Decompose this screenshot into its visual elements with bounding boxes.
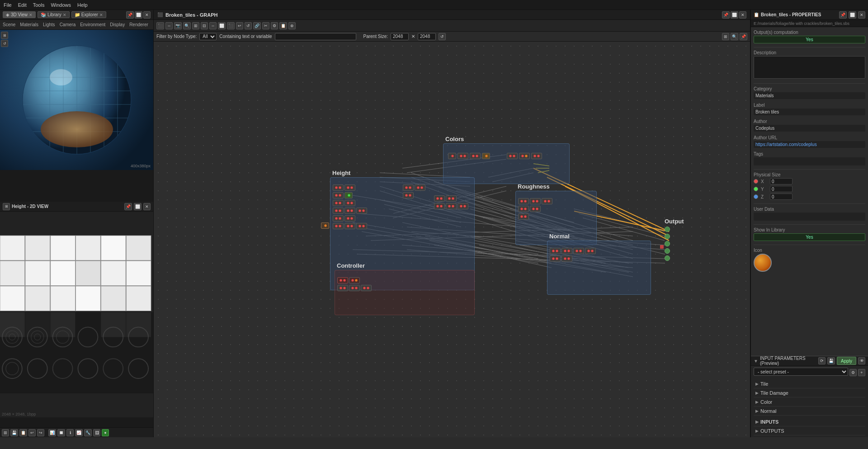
menu-tools[interactable]: Tools (33, 2, 45, 8)
h-node-13[interactable] (344, 223, 355, 229)
scene-menu-scene[interactable]: Scene (3, 22, 15, 27)
param-tile-damage[interactable]: ▶ Tile Damage (754, 388, 865, 397)
scene-menu-lights[interactable]: Lights (43, 22, 55, 27)
gt-10[interactable]: ↩ (236, 22, 243, 29)
scene-menu-renderer[interactable]: Renderer (129, 22, 148, 27)
scene-menu-environment[interactable]: Environment (80, 22, 105, 27)
close-2d-btn[interactable]: ✕ (143, 203, 151, 210)
gt-9[interactable]: ⬛ (227, 22, 235, 29)
bt-1[interactable]: ⊞ (2, 429, 9, 436)
gt-8[interactable]: ⬜ (218, 22, 226, 29)
bt-9[interactable]: 📈 (75, 429, 83, 436)
graph-view-3[interactable]: 📌 (740, 33, 747, 40)
h-node-4[interactable] (344, 192, 353, 199)
c-node-4[interactable] (349, 285, 360, 291)
c-node-1[interactable] (337, 277, 348, 284)
graph-view-1[interactable]: ⊞ (722, 33, 729, 40)
h-node-8[interactable] (344, 208, 355, 214)
preset-select[interactable]: - select preset - (754, 368, 848, 376)
h-node-17[interactable] (403, 192, 414, 199)
graph-close-btn[interactable]: ✕ (739, 11, 746, 19)
pin-2d-btn[interactable]: 📌 (124, 203, 132, 210)
bt-8[interactable]: ℹ (66, 429, 74, 436)
graph-pin-btn[interactable]: 📌 (722, 11, 730, 19)
gt-3[interactable]: 📷 (174, 22, 182, 29)
filter-text-input[interactable] (275, 33, 356, 40)
gt-2[interactable]: ↔ (165, 22, 173, 29)
gt-14[interactable]: ⚙ (271, 22, 278, 29)
params-icon-1[interactable]: ⟳ (818, 357, 826, 364)
scene-menu-display[interactable]: Display (110, 22, 125, 27)
m-node-4[interactable] (446, 203, 457, 209)
r-node-4[interactable] (518, 206, 529, 212)
r-node-5[interactable] (530, 206, 541, 212)
c-node-3[interactable] (337, 285, 348, 291)
filter-type-select[interactable]: All (199, 33, 217, 40)
apply-button[interactable]: Apply (837, 357, 856, 365)
collapse-icon[interactable]: ▼ (754, 359, 758, 364)
viewport-icon-2[interactable]: ↺ (1, 40, 8, 47)
tab-3d-view[interactable]: ◈ 3D View ✕ (3, 11, 36, 18)
bt-7[interactable]: 🔲 (57, 429, 65, 436)
description-input[interactable] (754, 56, 865, 79)
r-node-3[interactable] (542, 198, 552, 204)
h-node-10[interactable] (333, 215, 344, 222)
menu-edit[interactable]: Edit (18, 2, 27, 8)
bt-6[interactable]: 📊 (48, 429, 56, 436)
view-2d-icon[interactable]: ⊞ (3, 203, 10, 210)
bt-5[interactable]: ↪ (37, 429, 44, 436)
bt-4[interactable]: ↩ (28, 429, 36, 436)
r-node-6[interactable] (518, 213, 529, 220)
close-btn[interactable]: ✕ (143, 11, 151, 19)
out-circle-2[interactable] (665, 234, 670, 239)
parent-size-input2[interactable] (418, 33, 436, 40)
color-node-2[interactable] (458, 153, 468, 159)
h-node-12[interactable] (333, 223, 344, 229)
scene-menu-camera[interactable]: Camera (60, 22, 76, 27)
outputs-row[interactable]: ▶ OUTPUTS (754, 426, 865, 435)
gt-7[interactable]: ↔ (209, 22, 217, 29)
graph-view-2[interactable]: 🔍 (731, 33, 738, 40)
props-max-btn[interactable]: ⬜ (849, 11, 856, 19)
gt-5[interactable]: ⊞ (192, 22, 199, 29)
gt-6[interactable]: ⊟ (201, 22, 208, 29)
h-node-11[interactable] (344, 215, 355, 222)
h-node-6[interactable] (344, 200, 355, 206)
m-node-2[interactable] (446, 195, 457, 202)
r-node-2[interactable] (530, 198, 541, 204)
h-node-1[interactable] (333, 184, 344, 191)
pin-btn[interactable]: 📌 (126, 11, 134, 19)
bt-10[interactable]: 🔧 (84, 429, 92, 436)
inputs-row[interactable]: ▶ INPUTS (754, 417, 865, 426)
h-node-9[interactable] (356, 208, 367, 214)
graph-canvas[interactable]: Colors (154, 42, 750, 437)
graph-max-btn[interactable]: ⬜ (731, 11, 738, 19)
gt-11[interactable]: ↺ (245, 22, 252, 29)
menu-file[interactable]: File (4, 2, 12, 8)
bt-12[interactable]: ● (102, 429, 109, 436)
preset-add[interactable]: + (858, 369, 865, 376)
m-node-1[interactable] (434, 195, 445, 202)
h-node-16[interactable] (415, 184, 425, 191)
preset-settings[interactable]: ⚙ (849, 369, 857, 376)
physical-x-input[interactable] (770, 178, 793, 184)
n-node-5[interactable] (550, 255, 561, 262)
scene-menu-materials[interactable]: Materials (20, 22, 38, 27)
physical-y-input[interactable] (770, 186, 793, 192)
menu-windows[interactable]: Windows (51, 2, 71, 8)
input-node[interactable] (321, 222, 329, 229)
out-circle-5[interactable] (665, 255, 670, 261)
maximize-btn[interactable]: ⬜ (135, 11, 142, 19)
menu-help[interactable]: Help (77, 2, 88, 8)
n-node-6[interactable] (561, 255, 572, 262)
color-node-5[interactable] (507, 153, 518, 159)
gt-12[interactable]: 🔗 (253, 22, 261, 29)
n-node-2[interactable] (561, 248, 572, 254)
h-node-7[interactable] (333, 208, 344, 214)
gt-13[interactable]: ✂ (262, 22, 269, 29)
h-node-15[interactable] (403, 184, 414, 191)
bt-3[interactable]: 📋 (19, 429, 27, 436)
tab-explorer[interactable]: 📁 Explorer ✕ (71, 11, 106, 18)
r-node-1[interactable] (518, 198, 529, 204)
gt-4[interactable]: 🔍 (183, 22, 191, 29)
